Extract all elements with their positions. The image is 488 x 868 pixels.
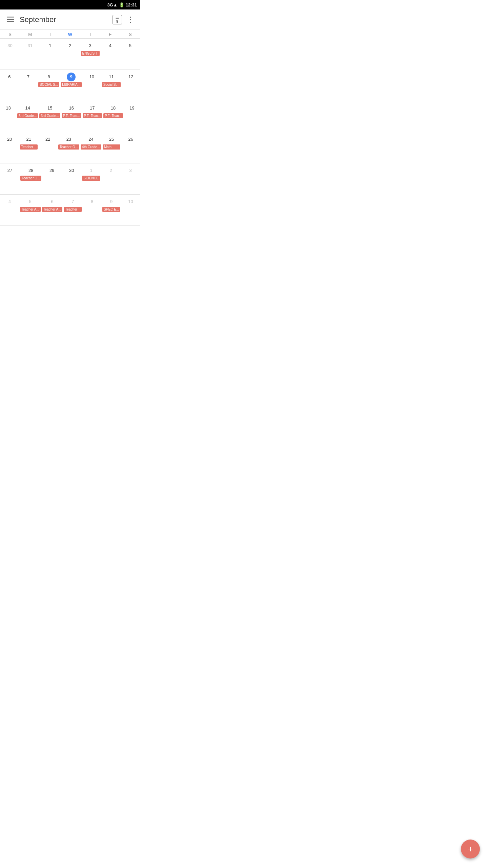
day-number: 2 [106, 166, 115, 175]
day-cell: 25Math [102, 134, 121, 163]
svg-rect-0 [7, 17, 14, 18]
event-chip[interactable]: ENGLISH [81, 51, 100, 56]
day-headers-row: SMTWTFS [0, 30, 140, 39]
week-row-3: 2021Teacher2223Teacher O...244th Grade..… [0, 132, 140, 163]
event-chip[interactable]: Teacher [20, 144, 38, 150]
day-number: 15 [45, 104, 54, 113]
week-row-5: 45Teacher A...6Teacher A...7Teacher89SPE… [0, 195, 140, 226]
day-cell: 28Teacher O... [20, 165, 42, 194]
status-icons: 3G▲ 🔋 12:31 [107, 2, 137, 7]
day-cell: 30 [62, 165, 81, 194]
day-number: 31 [26, 41, 35, 50]
signal-icon: 3G▲ [107, 2, 118, 7]
top-bar: September ▬ 9 ⋮ [0, 9, 140, 30]
menu-icon[interactable] [4, 13, 17, 27]
day-cell: 12 [121, 72, 140, 101]
event-chip[interactable]: Teacher [64, 207, 82, 212]
day-number: 10 [87, 73, 96, 81]
day-cell: 153rd Grade... [39, 103, 61, 132]
week-row-0: 3031123ENGLISH45 [0, 39, 140, 70]
day-number: 6 [48, 197, 57, 206]
event-chip[interactable]: LIBRARIA... [61, 82, 82, 87]
day-number: 24 [87, 135, 96, 144]
day-cell: 19 [124, 103, 140, 132]
day-number: 6 [5, 73, 14, 81]
day-number: 5 [26, 197, 35, 206]
day-cell: 4 [100, 41, 120, 70]
month-title: September [20, 15, 110, 24]
day-cell: 8 [82, 197, 102, 225]
day-number: 23 [64, 135, 73, 144]
event-chip[interactable]: P.E. Teac... [83, 113, 102, 118]
event-chip[interactable]: 3rd Grade... [17, 113, 38, 118]
day-number: 28 [26, 166, 35, 175]
day-cell: 27 [0, 165, 20, 194]
day-number: 30 [67, 166, 76, 175]
day-number: 2 [66, 41, 75, 50]
day-number: 19 [127, 104, 136, 113]
day-cell: 13 [0, 103, 17, 132]
day-header-m1: M [20, 32, 40, 37]
day-cell: 26 [121, 134, 140, 163]
day-header-s0: S [0, 32, 20, 37]
week-row-4: 2728Teacher O...29301SCIENCE23 [0, 163, 140, 195]
day-number: 22 [43, 135, 52, 144]
day-cell: 6Teacher A... [41, 197, 63, 225]
day-number: 1 [46, 41, 55, 50]
event-chip[interactable]: Teacher O... [20, 176, 41, 181]
day-number: 26 [126, 135, 135, 144]
day-number: 12 [126, 73, 135, 81]
day-cell: 5 [120, 41, 140, 70]
day-number: 25 [107, 135, 116, 144]
day-number: 16 [67, 104, 76, 113]
week-row-2: 13143rd Grade...153rd Grade...16P.E. Tea… [0, 101, 140, 132]
day-cell: 1 [40, 41, 60, 70]
day-cell: 10 [82, 72, 101, 101]
day-number: 21 [24, 135, 33, 144]
day-number: 5 [126, 41, 135, 50]
day-number: 3 [86, 41, 95, 50]
day-number: 7 [24, 73, 33, 81]
event-chip[interactable]: 4th Grade... [81, 144, 101, 150]
day-cell: 30 [0, 41, 20, 70]
day-number: 14 [23, 104, 32, 113]
time-display: 12:31 [126, 2, 137, 7]
day-cell: 8SOCIAL S... [38, 72, 60, 101]
event-chip[interactable]: P.E. Teac... [103, 113, 123, 118]
event-chip[interactable]: Teacher A... [20, 207, 41, 212]
week-row-1: 678SOCIAL S...9LIBRARIA...1011Social St.… [0, 70, 140, 101]
day-cell: 17P.E. Teac... [82, 103, 103, 132]
day-number: 18 [109, 104, 118, 113]
day-cell: 21Teacher [19, 134, 39, 163]
event-chip[interactable]: Social St... [102, 82, 121, 87]
day-number: 27 [5, 166, 14, 175]
event-chip[interactable]: SOCIAL S... [38, 82, 59, 87]
day-cell: 23Teacher O... [58, 134, 80, 163]
day-cell: 1SCIENCE [81, 165, 101, 194]
event-chip[interactable]: Teacher O... [58, 144, 79, 150]
event-chip[interactable]: P.E. Teac... [62, 113, 81, 118]
day-number: 4 [106, 41, 115, 50]
day-number: 17 [88, 104, 97, 113]
day-cell: 20 [0, 134, 19, 163]
day-number: 13 [4, 104, 13, 113]
weeks-container: 3031123ENGLISH45678SOCIAL S...9LIBRARIA.… [0, 39, 140, 226]
more-options-icon[interactable]: ⋮ [124, 13, 136, 27]
day-cell: 2 [60, 41, 80, 70]
event-chip[interactable]: Math [103, 144, 121, 150]
event-chip[interactable]: SPEC E... [102, 207, 120, 212]
day-number: 9 [67, 73, 76, 81]
day-cell: 29 [42, 165, 62, 194]
event-chip[interactable]: 3rd Grade... [39, 113, 60, 118]
day-header-f5: F [100, 32, 120, 37]
day-number: 11 [107, 73, 116, 81]
calendar-icon-button[interactable]: ▬ 9 [110, 13, 124, 26]
day-number: 3 [126, 166, 135, 175]
day-header-s6: S [120, 32, 140, 37]
event-chip[interactable]: Teacher A... [42, 207, 63, 212]
event-chip[interactable]: SCIENCE [82, 176, 100, 181]
day-number: 8 [88, 197, 97, 206]
day-cell: 244th Grade... [80, 134, 102, 163]
day-number: 9 [107, 197, 116, 206]
svg-rect-2 [7, 21, 14, 22]
